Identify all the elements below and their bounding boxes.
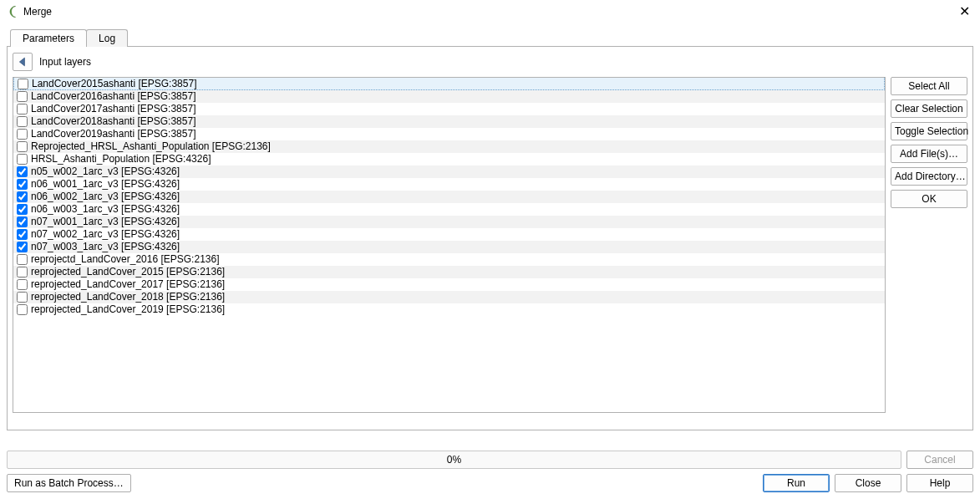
layer-label: n06_w003_1arc_v3 [EPSG:4326]: [31, 203, 180, 216]
toggle-selection-button[interactable]: Toggle Selection: [891, 122, 967, 140]
list-item[interactable]: reprojected_LandCover_2018 [EPSG:2136]: [13, 291, 885, 303]
layer-checkbox[interactable]: [17, 292, 28, 303]
layer-checkbox[interactable]: [17, 229, 28, 240]
layer-checkbox[interactable]: [17, 116, 28, 127]
run-button[interactable]: Run: [763, 474, 830, 492]
layer-label: reprojected_LandCover_2019 [EPSG:2136]: [31, 303, 225, 316]
layer-checkbox[interactable]: [17, 242, 28, 252]
app-icon: [5, 5, 18, 18]
add-directory-button[interactable]: Add Directory…: [891, 167, 967, 186]
titlebar: Merge ✕: [0, 0, 980, 23]
layer-label: n06_w002_1arc_v3 [EPSG:4326]: [31, 191, 180, 203]
layer-checkbox[interactable]: [17, 204, 28, 215]
layer-checkbox[interactable]: [17, 154, 28, 165]
help-button[interactable]: Help: [906, 474, 973, 492]
window-title: Merge: [23, 6, 52, 18]
panel-header: Input layers: [13, 52, 967, 72]
list-item[interactable]: Reprojected_HRSL_Ashanti_Population [EPS…: [13, 140, 885, 153]
list-item[interactable]: n06_w001_1arc_v3 [EPSG:4326]: [13, 178, 885, 191]
list-item[interactable]: n05_w002_1arc_v3 [EPSG:4326]: [13, 165, 885, 178]
list-item[interactable]: n06_w003_1arc_v3 [EPSG:4326]: [13, 203, 885, 216]
list-item[interactable]: n07_w002_1arc_v3 [EPSG:4326]: [13, 228, 885, 241]
tab-log[interactable]: Log: [86, 29, 128, 47]
clear-selection-button[interactable]: Clear Selection: [891, 99, 967, 118]
layer-label: n07_w001_1arc_v3 [EPSG:4326]: [31, 216, 180, 228]
layer-label: HRSL_Ashanti_Population [EPSG:4326]: [31, 153, 211, 165]
progress-bar: 0%: [7, 451, 901, 469]
progress-text: 0%: [447, 454, 461, 466]
panel-heading: Input layers: [39, 56, 91, 68]
list-item[interactable]: reprojected_LandCover_2019 [EPSG:2136]: [13, 303, 885, 316]
dialog-footer: 0% Cancel Run as Batch Process… Run Clos…: [7, 451, 973, 492]
list-item[interactable]: LandCover2017ashanti [EPSG:3857]: [13, 103, 885, 115]
layer-label: n06_w001_1arc_v3 [EPSG:4326]: [31, 178, 180, 191]
add-files-button[interactable]: Add File(s)…: [891, 145, 967, 163]
list-item[interactable]: HRSL_Ashanti_Population [EPSG:4326]: [13, 153, 885, 165]
layer-checkbox[interactable]: [17, 166, 28, 177]
layer-label: reprojected_LandCover_2018 [EPSG:2136]: [31, 291, 225, 303]
close-icon[interactable]: ✕: [956, 3, 973, 19]
layer-checkbox[interactable]: [17, 104, 28, 115]
list-item[interactable]: n07_w001_1arc_v3 [EPSG:4326]: [13, 216, 885, 228]
layer-checkbox[interactable]: [17, 179, 28, 190]
layer-label: LandCover2019ashanti [EPSG:3857]: [31, 128, 195, 140]
ok-button[interactable]: OK: [891, 190, 967, 208]
run-as-batch-button[interactable]: Run as Batch Process…: [7, 474, 131, 492]
layer-checkbox[interactable]: [18, 79, 28, 89]
layer-checkbox[interactable]: [17, 191, 28, 202]
layer-checkbox[interactable]: [17, 267, 28, 278]
layer-label: reprojected_LandCover_2017 [EPSG:2136]: [31, 278, 225, 291]
layer-label: LandCover2017ashanti [EPSG:3857]: [31, 103, 195, 115]
list-item[interactable]: reprojectd_LandCover_2016 [EPSG:2136]: [13, 253, 885, 266]
side-buttons: Select All Clear Selection Toggle Select…: [891, 77, 967, 413]
layer-label: reprojectd_LandCover_2016 [EPSG:2136]: [31, 253, 220, 266]
list-item[interactable]: n06_w002_1arc_v3 [EPSG:4326]: [13, 191, 885, 203]
triangle-left-icon: [18, 57, 28, 67]
layer-checkbox[interactable]: [17, 129, 28, 140]
tab-parameters[interactable]: Parameters: [10, 29, 87, 47]
list-item[interactable]: n07_w003_1arc_v3 [EPSG:4326]: [13, 241, 885, 253]
layer-label: LandCover2015ashanti [EPSG:3857]: [32, 78, 196, 90]
layer-label: reprojected_LandCover_2015 [EPSG:2136]: [31, 266, 225, 278]
cancel-button: Cancel: [906, 451, 973, 469]
list-item[interactable]: LandCover2019ashanti [EPSG:3857]: [13, 128, 885, 140]
list-item[interactable]: LandCover2015ashanti [EPSG:3857]: [13, 77, 885, 90]
list-item[interactable]: reprojected_LandCover_2015 [EPSG:2136]: [13, 266, 885, 278]
tab-row: Parameters Log: [10, 27, 973, 47]
list-item[interactable]: LandCover2016ashanti [EPSG:3857]: [13, 90, 885, 103]
list-item[interactable]: LandCover2018ashanti [EPSG:3857]: [13, 115, 885, 128]
layer-label: n05_w002_1arc_v3 [EPSG:4326]: [31, 165, 180, 178]
layer-label: n07_w002_1arc_v3 [EPSG:4326]: [31, 228, 180, 241]
layer-checkbox[interactable]: [17, 91, 28, 102]
close-button[interactable]: Close: [835, 474, 901, 492]
layer-checkbox[interactable]: [17, 216, 28, 227]
layer-checkbox[interactable]: [17, 279, 28, 290]
layer-listbox[interactable]: LandCover2015ashanti [EPSG:3857]LandCove…: [13, 77, 886, 413]
layer-checkbox[interactable]: [17, 141, 28, 152]
select-all-button[interactable]: Select All: [891, 77, 967, 95]
layer-label: LandCover2018ashanti [EPSG:3857]: [31, 115, 195, 128]
layer-label: n07_w003_1arc_v3 [EPSG:4326]: [31, 241, 180, 253]
layer-label: Reprojected_HRSL_Ashanti_Population [EPS…: [31, 140, 271, 153]
layer-label: LandCover2016ashanti [EPSG:3857]: [31, 90, 195, 103]
list-item[interactable]: reprojected_LandCover_2017 [EPSG:2136]: [13, 278, 885, 291]
back-button[interactable]: [13, 53, 33, 71]
layer-checkbox[interactable]: [17, 254, 28, 265]
layer-checkbox[interactable]: [17, 304, 28, 315]
tab-panel: Input layers LandCover2015ashanti [EPSG:…: [7, 46, 973, 430]
